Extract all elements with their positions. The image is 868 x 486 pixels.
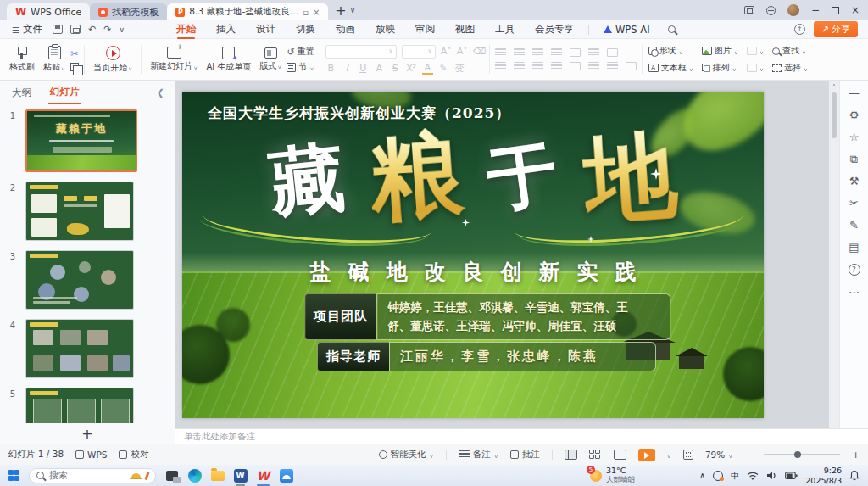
format-painter-button[interactable]: 格式刷 [6,45,38,74]
strikethrough-button[interactable]: S [390,63,401,74]
slide-thumbnail-4[interactable] [25,319,134,378]
vertical-scrollbar[interactable] [829,81,839,428]
italic-button[interactable]: I [342,63,353,74]
text-direction-icon[interactable] [570,48,581,57]
justify-icon[interactable] [551,62,562,70]
search-icon[interactable] [668,25,676,33]
weather-widget[interactable]: 5 31°C 大部晴朗 [590,466,635,484]
normal-view-button[interactable] [565,450,577,460]
tab-review[interactable]: 审阅 [406,21,444,37]
find-button[interactable]: 查找 [772,45,808,57]
tab-animation[interactable]: 动画 [326,21,364,37]
workspace-layout-icon[interactable] [744,6,754,14]
print-icon[interactable] [70,25,81,34]
network-status-icon[interactable] [766,6,776,15]
new-slide-button[interactable]: 新建幻灯片 [147,46,201,73]
cloud-app-button[interactable] [279,468,293,483]
tray-overflow-chevron-icon[interactable]: ∧ [699,471,705,480]
clear-format-icon[interactable]: ⌫ [473,46,484,57]
tab-home[interactable]: 开始 [167,21,205,37]
highlight-button[interactable]: ✎ [438,63,449,74]
slide-editor[interactable]: 全国大学生乡村振兴创新创业大赛（2025） 藏 粮 于 地 盐碱地改良创新实践 [182,92,764,418]
char-spacing-button[interactable]: A [374,63,385,74]
zoom-slider[interactable] [764,454,840,455]
slide-thumbnail-2[interactable] [25,182,134,241]
slide-main-title[interactable]: 藏 粮 于 地 [182,124,764,217]
text-effect-button[interactable]: 变 [454,62,465,75]
team-box[interactable]: 项目团队 钟婷婷，王佳慧、邓淇馨、辛雪迪、郭宝倩、王 舒、董思诺、王泽瑞、冯守帅… [304,293,670,340]
underline-button[interactable]: U [358,63,369,74]
zoom-level[interactable]: 79% [705,450,732,460]
paste-button[interactable]: 粘贴 [40,45,69,74]
file-explorer-button[interactable] [210,468,225,483]
undo-icon[interactable]: ↶ [88,24,96,35]
notes-toggle-button[interactable]: 备注 [459,449,498,461]
share-button[interactable]: ↗ 分享 [814,21,858,37]
clock[interactable]: 9:26 2025/8/3 [805,466,842,485]
slide-thumbnail-5[interactable] [25,388,134,423]
reading-view-button[interactable] [614,450,626,460]
zoom-out-button[interactable]: − [744,450,752,460]
layers-icon[interactable]: ⧉ [850,154,858,165]
slide-canvas[interactable]: 全国大学生乡村振兴创新创业大赛（2025） 藏 粮 于 地 盐碱地改良创新实践 [175,81,829,428]
arrange-button[interactable]: 排列 [702,62,738,74]
properties-icon[interactable]: ⚙ [849,109,860,120]
collapse-panel-icon[interactable]: ❮ [157,87,164,98]
notebook-icon[interactable]: ▤ [849,242,859,253]
taskbar-search-input[interactable]: 搜索 [29,468,156,483]
ime-indicator[interactable]: 中 [731,470,739,482]
picture-button[interactable]: 图片 [702,45,738,57]
tab-outline[interactable]: 大纲 [10,82,33,103]
tab-insert[interactable]: 插入 [207,21,245,37]
zoom-slider-thumb[interactable] [794,451,801,458]
shapes-button[interactable]: 形状 [648,45,693,57]
align-objects-icon[interactable] [626,62,637,70]
align-middle-icon[interactable] [607,62,618,70]
file-menu[interactable]: 文件 [7,23,47,36]
collapse-panel-icon[interactable]: — [849,87,860,98]
sync-status-icon[interactable] [713,471,723,481]
add-slide-button[interactable] [0,423,175,444]
slide-subtitle[interactable]: 盐碱地改良创新实践 [182,258,764,286]
superscript-button[interactable]: X² [406,63,417,74]
tab-slideshow[interactable]: 放映 [366,21,404,37]
minimize-button[interactable]: − [811,5,820,15]
bold-button[interactable]: B [326,63,337,74]
wps-app-button[interactable]: W [256,468,270,483]
wps-assistant-button[interactable]: WPS [75,450,107,460]
convert-smartart-icon[interactable] [607,48,618,57]
scrollbar-thumb[interactable] [832,92,837,138]
tab-member[interactable]: 会员专享 [526,21,583,37]
tab-wps-office[interactable]: W WPS Office [7,3,90,20]
upload-cloud-icon[interactable]: ↑ [794,24,805,35]
quick-access-chevron-icon[interactable]: ∨ [119,25,125,34]
slide-thumbnail-1[interactable]: 藏粮于地 [25,109,137,172]
tab-transition[interactable]: 切换 [287,21,325,37]
tab-close-icon[interactable]: × [313,8,320,17]
edge-browser-button[interactable] [187,468,202,483]
select-button[interactable]: 选择 [772,62,808,74]
align-left-icon[interactable] [495,62,506,70]
font-color-button[interactable]: A [422,62,433,75]
slide-layout-button[interactable]: 版式 [256,47,285,73]
tab-design[interactable]: 设计 [247,21,285,37]
increase-indent-icon[interactable] [551,48,562,57]
reset-button[interactable]: 重置 [287,46,314,58]
align-top-icon[interactable] [588,62,599,70]
advisor-box[interactable]: 指导老师 江丽华，李雪，张忠峰，陈燕 [317,342,656,371]
tab-list-chevron-icon[interactable]: ∨ [350,6,356,14]
help-icon[interactable]: ? [849,264,860,276]
fit-to-window-icon[interactable] [683,450,693,460]
font-size-select[interactable] [402,45,436,59]
ai-generate-page-button[interactable]: AI 生成单页 [203,46,254,74]
more-icon[interactable]: ⋯ [849,287,860,298]
battery-icon[interactable] [785,472,798,480]
template-icon[interactable]: ✂ [849,198,859,209]
slideshow-play-button[interactable] [638,449,655,461]
tab-document[interactable]: P 8.3 藏粮于地-盐碱地改良创... ▫ × [167,3,328,20]
user-avatar[interactable] [787,4,799,16]
word-app-button[interactable]: W [233,468,248,483]
smart-beautify-button[interactable]: 智能美化 [379,449,434,461]
proofread-button[interactable]: 校对 [119,449,148,461]
notification-bell-icon[interactable] [849,470,860,481]
